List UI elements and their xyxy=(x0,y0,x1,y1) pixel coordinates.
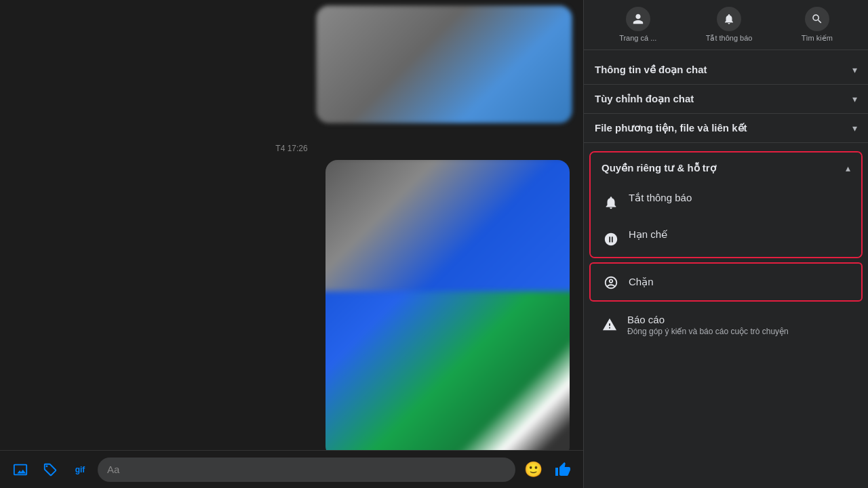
privacy-item-report[interactable]: Báo cáo Đóng góp ý kiến và báo cáo cuộc … xyxy=(589,306,863,344)
search-label: Tìm kiếm xyxy=(802,34,833,43)
restrict-icon xyxy=(601,230,620,249)
image-message-container xyxy=(14,160,570,450)
gif-button[interactable]: gif xyxy=(68,458,92,482)
menu-label-files: File phương tiện, file và liên kết xyxy=(595,122,747,134)
privacy-section: Quyền riêng tư & hỗ trợ ▴ Tắt thông báo xyxy=(589,151,863,258)
menu-label-customize: Tùy chỉnh đoạn chat xyxy=(595,93,694,105)
menu-item-chat-info[interactable]: Thông tin về đoạn chat ▾ xyxy=(584,56,868,85)
sidebar-menu: Thông tin về đoạn chat ▾ Tùy chỉnh đoạn … xyxy=(584,50,868,148)
mute-item-label: Tắt thông báo xyxy=(629,192,692,204)
image-message[interactable] xyxy=(326,160,570,450)
report-container: Báo cáo Đóng góp ý kiến và báo cáo cuộc … xyxy=(584,303,868,347)
image-message-wrapper xyxy=(326,160,570,450)
menu-item-customize[interactable]: Tùy chỉnh đoạn chat ▾ xyxy=(584,85,868,114)
like-button[interactable] xyxy=(551,458,575,482)
profile-icon xyxy=(626,7,650,31)
sidebar-action-mute[interactable]: Tắt thông báo xyxy=(706,7,753,43)
chat-messages: T4 17:26 xyxy=(0,0,583,450)
sidebar-action-search[interactable]: Tìm kiếm xyxy=(802,7,833,43)
restrict-item-label: Hạn chế xyxy=(629,228,667,241)
message-input[interactable] xyxy=(98,458,515,482)
message-timestamp: T4 17:26 xyxy=(275,144,307,153)
emoji-icon: 🙂 xyxy=(524,461,542,479)
report-text: Báo cáo Đóng góp ý kiến và báo cáo cuộc … xyxy=(627,314,789,336)
privacy-header-label: Quyền riêng tư & hỗ trợ xyxy=(601,162,716,174)
bell-icon xyxy=(601,193,620,212)
privacy-header[interactable]: Quyền riêng tư & hỗ trợ ▴ xyxy=(591,152,861,184)
report-item-label: Báo cáo xyxy=(627,314,789,325)
warning-icon xyxy=(600,315,619,334)
sidebar: Trang cá ... Tắt thông báo Tìm kiếm Thôn… xyxy=(583,0,868,488)
mute-text: Tắt thông báo xyxy=(629,192,692,204)
block-person-icon xyxy=(601,273,620,292)
top-media-message xyxy=(316,5,572,123)
privacy-items: Tắt thông báo Hạn chế xyxy=(591,184,861,257)
block-item-label: Chặn xyxy=(629,276,654,288)
input-bar: gif 🙂 xyxy=(0,450,583,488)
chevron-down-icon: ▾ xyxy=(852,94,857,104)
chat-area: T4 17:26 g xyxy=(0,0,583,488)
sidebar-top-actions: Trang cá ... Tắt thông báo Tìm kiếm xyxy=(584,0,868,50)
block-text: Chặn xyxy=(629,276,654,288)
chevron-down-icon: ▾ xyxy=(852,64,857,75)
top-media-container xyxy=(14,7,570,130)
sidebar-action-profile[interactable]: Trang cá ... xyxy=(619,7,656,43)
image-button[interactable] xyxy=(8,458,33,482)
report-item-sublabel: Đóng góp ý kiến và báo cáo cuộc trò chuy… xyxy=(627,327,789,336)
privacy-item-block[interactable]: Chặn xyxy=(589,262,863,302)
mute-label: Tắt thông báo xyxy=(706,34,753,43)
restrict-text: Hạn chế xyxy=(629,228,667,241)
image-bottom-part xyxy=(326,291,570,450)
emoji-button[interactable]: 🙂 xyxy=(521,458,545,482)
privacy-item-restrict[interactable]: Hạn chế xyxy=(591,220,861,257)
menu-label-chat-info: Thông tin về đoạn chat xyxy=(595,64,707,76)
profile-label: Trang cá ... xyxy=(619,34,656,42)
search-icon xyxy=(805,7,829,31)
sticker-button[interactable] xyxy=(38,458,62,482)
gif-label: gif xyxy=(75,465,85,474)
mute-icon xyxy=(717,7,741,31)
privacy-item-mute[interactable]: Tắt thông báo xyxy=(591,184,861,220)
menu-item-files[interactable]: File phương tiện, file và liên kết ▾ xyxy=(584,114,868,143)
chevron-down-icon: ▾ xyxy=(852,123,857,134)
svg-point-0 xyxy=(46,465,48,467)
image-top-part xyxy=(326,160,570,299)
chevron-up-icon: ▴ xyxy=(846,163,850,174)
